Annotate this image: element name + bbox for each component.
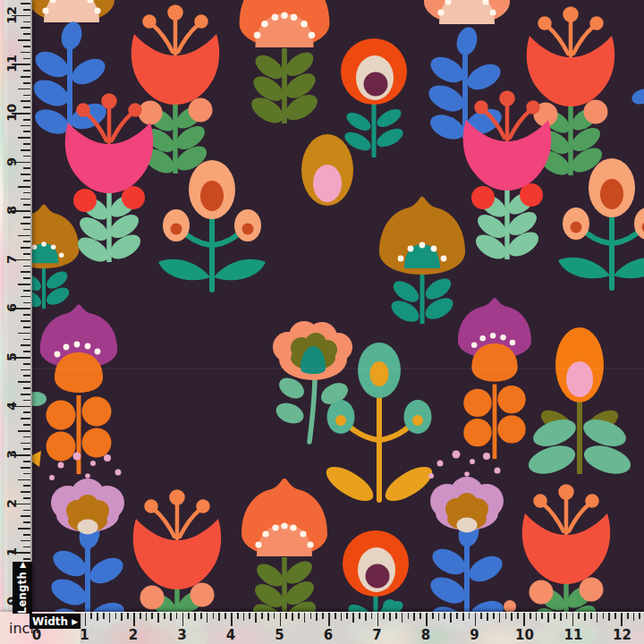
h-ruler-number: 8	[418, 627, 434, 643]
v-ruler-number: 2	[4, 495, 19, 513]
h-ruler-number: 10	[515, 627, 531, 643]
h-ruler-number: 12	[613, 627, 629, 643]
h-ruler-number: 6	[320, 627, 336, 643]
fabric-pattern	[0, 0, 644, 644]
motif-egg-small	[301, 134, 353, 206]
v-ruler-number: 8	[4, 201, 19, 219]
width-label-text: Width	[32, 615, 68, 628]
length-label-tag: Length ▶	[13, 562, 32, 614]
fabric-swatch-mockup: 0123456789101112 Length ▶ 12345678910111…	[0, 0, 644, 644]
h-ruler-number: 5	[272, 627, 288, 643]
h-ruler-number: 3	[174, 627, 191, 643]
v-ruler-number: 11	[4, 55, 19, 72]
v-ruler-number: 4	[4, 397, 19, 415]
horizontal-ruler: 123456789101112	[80, 612, 644, 644]
v-ruler-number: 10	[4, 104, 19, 122]
v-ruler-number: 7	[4, 250, 19, 268]
v-ruler-number: 5	[4, 348, 19, 366]
v-ruler-number: 9	[4, 153, 19, 171]
v-ruler-number: 3	[4, 445, 19, 463]
h-ruler-number: 2	[125, 627, 141, 643]
length-label-text: Length	[16, 572, 29, 614]
v-ruler-number: 6	[4, 299, 19, 317]
arrow-up-icon: ▶	[18, 562, 27, 568]
v-ruler-number: 12	[4, 6, 19, 24]
h-ruler-number: 7	[369, 627, 386, 643]
vertical-ruler: 0123456789101112	[4, 0, 32, 614]
v-ruler-number: 1	[4, 543, 19, 561]
h-ruler-number: 11	[564, 627, 580, 643]
h-ruler-number: 9	[467, 627, 483, 643]
h-ruler-number: 0	[29, 627, 45, 643]
width-label-tag: Width ▶	[30, 614, 80, 629]
h-ruler-number: 4	[223, 627, 239, 643]
arrow-right-icon: ▶	[72, 617, 78, 626]
